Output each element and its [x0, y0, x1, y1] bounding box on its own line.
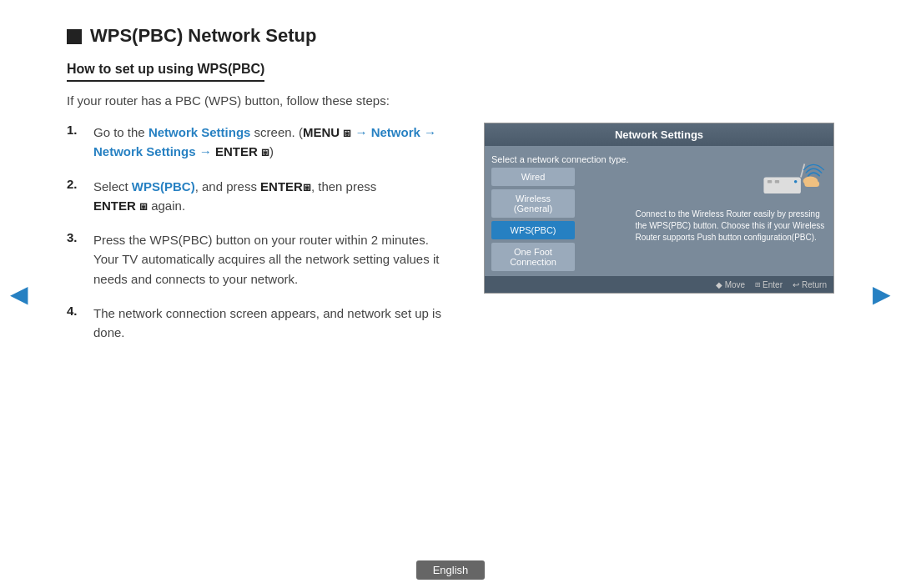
step-1-arrow-3: → — [199, 144, 215, 158]
router-icon — [760, 154, 827, 200]
ns-router-img — [635, 154, 827, 200]
ns-buttons: Wired Wireless(General) WPS(PBC) One Foo… — [491, 168, 575, 271]
step-3-content: Press the WPS(PBC) button on your router… — [93, 230, 459, 289]
step-1: 1. Go to the Network Settings screen. (M… — [67, 123, 459, 162]
step-4-content: The network connection screen appears, a… — [93, 304, 459, 343]
step-1-arrow-1: → — [355, 125, 370, 139]
step-4-number: 4. — [67, 304, 83, 343]
step-2-content: Select WPS(PBC), and press ENTER⧆, then … — [93, 177, 376, 216]
ns-footer-return: ↩ Return — [793, 279, 827, 289]
step-2-enter-1: ENTER⧆ — [260, 179, 311, 193]
bottom-bar: English — [0, 552, 901, 588]
step-4: 4. The network connection screen appears… — [67, 304, 459, 343]
language-badge: English — [416, 560, 486, 580]
ns-btn-wired[interactable]: Wired — [491, 168, 575, 186]
nav-left-arrow[interactable]: ◀ — [7, 274, 32, 315]
ns-btn-one-foot[interactable]: One FootConnection — [491, 243, 575, 271]
steps-column: 1. Go to the Network Settings screen. (M… — [67, 123, 459, 357]
step-2-enter-2: ENTER ⧆ — [93, 199, 148, 213]
step-1-menu-key: MENU ⧆ — [303, 125, 351, 139]
step-2: 2. Select WPS(PBC), and press ENTER⧆, th… — [67, 177, 459, 216]
ns-footer-move: ◆ Move — [716, 279, 745, 289]
page-title: WPS(PBC) Network Setup — [90, 25, 316, 47]
nav-right-arrow[interactable]: ▶ — [869, 274, 894, 315]
page-title-row: WPS(PBC) Network Setup — [67, 25, 834, 47]
svg-line-4 — [801, 164, 804, 178]
svg-point-3 — [794, 180, 798, 183]
step-1-content: Go to the Network Settings screen. (MENU… — [93, 123, 459, 162]
network-settings-screen: Network Settings Select a network connec… — [484, 123, 834, 294]
step-2-number: 2. — [67, 177, 83, 216]
step-2-wps-link: WPS(PBC) — [132, 179, 195, 193]
svg-rect-2 — [775, 180, 779, 183]
content-area: 1. Go to the Network Settings screen. (M… — [67, 123, 834, 357]
ns-left-col: Select a network connection type. Wired … — [491, 154, 628, 271]
step-1-enter-key: ENTER ⧆ — [215, 144, 269, 158]
ns-select-text: Select a network connection type. — [491, 154, 628, 164]
step-3-number: 3. — [67, 230, 83, 289]
step-3: 3. Press the WPS(PBC) button on your rou… — [67, 230, 459, 289]
step-1-network-settings-2: Network Settings — [93, 144, 196, 158]
ns-footer-enter: ⧆ Enter — [755, 279, 783, 289]
intro-text: If your router has a PBC (WPS) button, f… — [67, 93, 834, 108]
ns-titlebar: Network Settings — [485, 123, 833, 146]
ns-description: Connect to the Wireless Router easily by… — [635, 209, 827, 244]
ns-body: Select a network connection type. Wired … — [485, 146, 833, 276]
step-1-arrow-2: → — [424, 125, 436, 139]
step-1-network: Network — [371, 125, 420, 139]
ns-btn-wps-pbc[interactable]: WPS(PBC) — [491, 221, 575, 239]
ns-footer: ◆ Move ⧆ Enter ↩ Return — [485, 276, 833, 293]
step-1-number: 1. — [67, 123, 83, 162]
svg-rect-1 — [768, 180, 772, 183]
ns-btn-wireless-general[interactable]: Wireless(General) — [491, 189, 575, 218]
page-container: ◀ ▶ WPS(PBC) Network Setup How to set up… — [0, 0, 901, 588]
step-1-link-network-settings: Network Settings — [148, 125, 251, 139]
subtitle: How to set up using WPS(PBC) — [67, 62, 834, 93]
title-square-icon — [67, 29, 82, 44]
ns-right: Connect to the Wireless Router easily by… — [635, 154, 827, 271]
svg-rect-6 — [804, 181, 819, 187]
svg-rect-0 — [763, 178, 800, 194]
